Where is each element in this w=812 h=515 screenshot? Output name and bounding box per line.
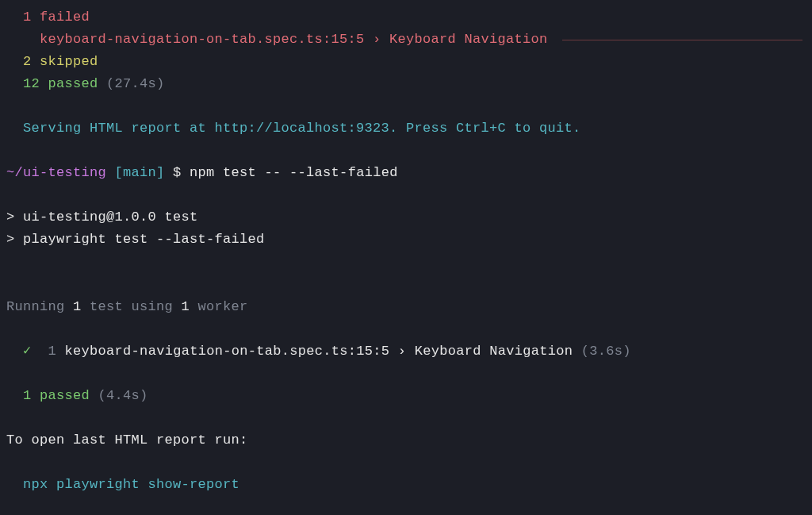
blank-line <box>0 407 812 429</box>
npm-output-line: > playwright test --last-failed <box>0 229 812 251</box>
passed-time: (27.4s) <box>106 76 165 91</box>
horizontal-rule <box>562 40 802 40</box>
passed-count: 12 <box>23 76 40 91</box>
summary2-passed-line: 1 passed (4.4s) <box>0 385 812 407</box>
prompt-line[interactable]: ~/ui-testing [main] $ npm test -- --last… <box>0 162 812 184</box>
serve-report-line: Serving HTML report at http://localhost:… <box>0 117 812 140</box>
open-report-msg: To open last HTML report run: <box>0 429 812 452</box>
passed-count: 1 <box>23 388 32 403</box>
blank-line <box>0 274 812 296</box>
serve-message: Serving HTML report at http://localhost:… <box>23 121 581 136</box>
blank-line <box>0 452 812 474</box>
test-name: keyboard-navigation-on-tab.spec.ts:15:5 … <box>65 344 573 359</box>
open-report-cmd-line: npx playwright show-report <box>0 474 812 496</box>
test-result-line: ✓ 1 keyboard-navigation-on-tab.spec.ts:1… <box>0 340 812 363</box>
blank-line <box>0 318 812 340</box>
running-line: Running 1 test using 1 worker <box>0 296 812 318</box>
passed-label: passed <box>32 388 90 403</box>
summary-passed-line: 12 passed (27.4s) <box>0 73 812 95</box>
npm-output-line: > ui-testing@1.0.0 test <box>0 206 812 229</box>
test-number: 1 <box>48 344 57 359</box>
failed-test-name: keyboard-navigation-on-tab.spec.ts:15:5 … <box>40 29 556 51</box>
failed-test-line: keyboard-navigation-on-tab.spec.ts:15:5 … <box>0 29 812 51</box>
summary-failed-line: 1 failed <box>0 6 812 29</box>
passed-time: (4.4s) <box>90 388 148 403</box>
passed-label: passed <box>48 76 98 91</box>
running-count: 1 <box>73 299 82 314</box>
failed-count: 1 <box>23 10 32 25</box>
prompt-path: ~/ui-testing <box>6 165 106 180</box>
blank-line <box>0 184 812 206</box>
blank-line <box>0 252 812 274</box>
prompt-symbol: $ <box>173 165 190 180</box>
prompt-command: npm test -- --last-failed <box>190 165 398 180</box>
open-report-cmd: npx playwright show-report <box>23 477 239 492</box>
skipped-count: 2 <box>23 54 32 69</box>
check-icon: ✓ <box>23 344 32 359</box>
blank-line <box>0 363 812 385</box>
summary-skipped-line: 2 skipped <box>0 51 812 73</box>
prompt-branch: main <box>123 165 156 180</box>
worker-count: 1 <box>182 299 190 314</box>
test-time: (3.6s) <box>573 344 631 359</box>
blank-line <box>0 95 812 117</box>
failed-label: failed <box>40 10 90 25</box>
skipped-label: skipped <box>40 54 98 69</box>
blank-line <box>0 140 812 162</box>
